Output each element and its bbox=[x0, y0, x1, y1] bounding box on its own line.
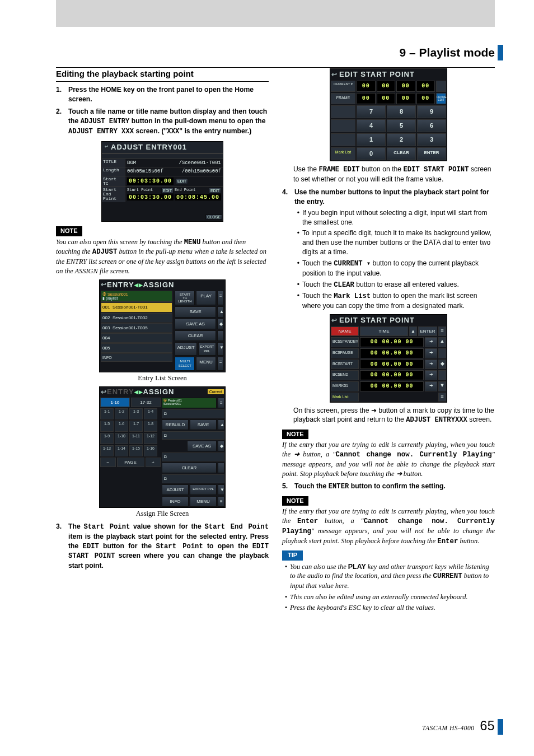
close-icon: ↩ bbox=[102, 143, 111, 151]
tip-2: This can also be edited using an externa… bbox=[290, 592, 495, 602]
edit-button-stc[interactable]: EDIT bbox=[176, 178, 188, 185]
edit-start-point-screenshot: ↩EDIT START POINT CURRENT ▾ 00 00 00 00 … bbox=[330, 68, 447, 161]
marklist-paragraph: On this screen, press the ➜ button of a … bbox=[293, 406, 495, 426]
adjust-entry-screenshot: ↩ ADJUST ENTRY001 TITLE BGM /Scene001-T0… bbox=[101, 141, 223, 222]
step4-bullet-3: Touch the CURRENT ▾ button to copy the c… bbox=[302, 259, 495, 278]
header-rule bbox=[56, 67, 495, 68]
tip-3: Press the keyboard's ESC key to clear al… bbox=[290, 603, 495, 613]
marklist-screenshot: ↩EDIT START POINT NAME TIME ▲ ENTER ≡ BC… bbox=[330, 314, 447, 403]
chapter-accent bbox=[498, 45, 503, 60]
footer-accent bbox=[498, 719, 503, 735]
note-1-text: You can also open this screen by touchin… bbox=[56, 237, 269, 276]
key-4[interactable]: 4 bbox=[357, 119, 386, 132]
note-2-text: If the entry that you are trying to edit… bbox=[282, 440, 495, 478]
key-7[interactable]: 7 bbox=[357, 105, 386, 118]
note-badge-3: NOTE bbox=[282, 496, 308, 506]
page-footer: TASCAM HS-400065 bbox=[422, 717, 495, 735]
clear-button[interactable]: CLEAR bbox=[175, 330, 216, 341]
key-5[interactable]: 5 bbox=[387, 119, 416, 132]
frame-edit-paragraph: Use the FRAME EDIT button on the EDIT ST… bbox=[293, 165, 495, 184]
note-badge-1: NOTE bbox=[56, 226, 82, 236]
page-minus[interactable]: − bbox=[100, 458, 116, 467]
step-num-3: 3. bbox=[56, 522, 68, 571]
save-as-button[interactable]: SAVE AS bbox=[175, 319, 216, 329]
key-2[interactable]: 2 bbox=[387, 133, 416, 146]
edit-button-sp[interactable]: EDIT bbox=[161, 188, 174, 194]
adjust-button[interactable]: ADJUST bbox=[175, 342, 196, 356]
page-plus[interactable]: + bbox=[146, 458, 161, 467]
tip-badge: TIP bbox=[282, 550, 303, 560]
export-button[interactable]: EXPORT PPL bbox=[198, 342, 216, 356]
tab-1-16[interactable]: 1-16 bbox=[100, 398, 130, 407]
step4-bullet-4: Touch the CLEAR button to erase all ente… bbox=[302, 280, 495, 290]
close-button[interactable]: CLOSE bbox=[205, 214, 222, 220]
step-1-text: Press the HOME key on the front panel to… bbox=[68, 85, 269, 104]
assign-file-screenshot: ↩ ENTRY◂▸ASSIGN Current 1-16 17-32 1-11-… bbox=[99, 386, 226, 508]
step-2-text: Touch a file name or title name button d… bbox=[68, 107, 269, 136]
step4-bullet-5: Touch the Mark List button to open the m… bbox=[302, 291, 495, 311]
chapter-header: 9 – Playlist mode bbox=[400, 45, 495, 60]
note-badge-2: NOTE bbox=[282, 430, 308, 439]
copy-time-button[interactable]: ➜ bbox=[425, 337, 437, 347]
adjust-entry-title: ADJUST ENTRY001 bbox=[111, 142, 223, 153]
tab-17-32[interactable]: 17-32 bbox=[131, 398, 161, 407]
fig-caption-entry: Entry List Screen bbox=[56, 374, 269, 383]
fig-caption-assign: Assign File Screen bbox=[56, 509, 269, 519]
step4-bullet-1: If you begin input without selecting a d… bbox=[302, 208, 495, 227]
play-button[interactable]: PLAY bbox=[196, 291, 216, 305]
step4-bullet-2: To input a specific digit, touch it to m… bbox=[302, 228, 495, 256]
key-9[interactable]: 9 bbox=[417, 105, 446, 118]
header-grey-block bbox=[56, 0, 495, 27]
step-3-text: The Start Point value shown for the Star… bbox=[68, 522, 269, 571]
step-num-4: 4. bbox=[282, 188, 294, 207]
key-1[interactable]: 1 bbox=[357, 133, 386, 146]
key-3[interactable]: 3 bbox=[417, 133, 446, 146]
key-enter[interactable]: ENTER bbox=[417, 147, 446, 160]
step-num-2: 2. bbox=[56, 107, 68, 136]
frame-edit-button[interactable]: FRAME EDIT bbox=[436, 93, 446, 104]
tip-1: You can also use the PLAY key and other … bbox=[290, 562, 495, 591]
key-0[interactable]: 0 bbox=[357, 147, 386, 160]
entry-list-screenshot: ↩ ENTRY◂▸ASSIGN ⦿ Session001 ▮ playlist … bbox=[99, 279, 226, 372]
note-3-text: If the entry that you are trying to edit… bbox=[282, 507, 495, 546]
step-num-1: 1. bbox=[56, 85, 68, 104]
key-clear[interactable]: CLEAR bbox=[387, 147, 416, 160]
section-title: Editing the playback starting point bbox=[56, 68, 269, 82]
enter-col-button[interactable]: ENTER bbox=[418, 326, 437, 336]
edit-button-ep[interactable]: EDIT bbox=[209, 188, 221, 194]
multi-button[interactable]: MULTI SELECT bbox=[175, 357, 195, 371]
step-4-text: Use the number buttons to input the play… bbox=[294, 188, 495, 207]
current-button[interactable]: CURRENT ▾ bbox=[331, 81, 355, 92]
key-8[interactable]: 8 bbox=[387, 105, 416, 118]
marklist-button[interactable]: Mark List bbox=[331, 147, 355, 160]
step-num-5: 5. bbox=[282, 482, 294, 492]
menu-button[interactable]: MENU bbox=[196, 357, 216, 371]
step-5-text: Touch the ENTER button to confirm the se… bbox=[294, 482, 495, 492]
key-6[interactable]: 6 bbox=[417, 119, 446, 132]
save-button[interactable]: SAVE bbox=[175, 306, 216, 317]
